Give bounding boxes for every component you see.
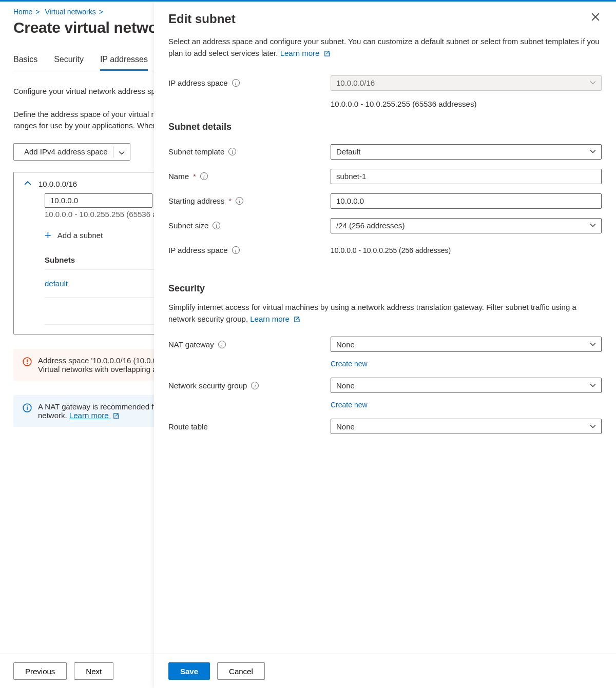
next-button[interactable]: Next bbox=[74, 662, 113, 680]
security-learn-more-link[interactable]: Learn more bbox=[250, 314, 300, 323]
starting-address-input[interactable]: 10.0.0.0 bbox=[331, 193, 602, 209]
address-space-ip-input[interactable]: 10.0.0.0 bbox=[45, 193, 152, 208]
collapse-icon[interactable] bbox=[24, 180, 31, 188]
ip-result-value: 10.0.0.0 - 10.0.0.255 (256 addresses) bbox=[331, 246, 451, 254]
previous-button[interactable]: Previous bbox=[13, 662, 67, 680]
ip-space-range-text: 10.0.0.0 - 10.0.255.255 (65536 addresses… bbox=[331, 100, 602, 108]
add-ipv4-address-space-button[interactable]: Add IPv4 address space bbox=[13, 143, 130, 161]
save-button[interactable]: Save bbox=[168, 662, 210, 680]
info-learn-more-link[interactable]: Learn more bbox=[69, 411, 119, 420]
subnet-template-label: Subnet template bbox=[168, 147, 224, 156]
chevron-down-icon bbox=[590, 340, 596, 349]
security-intro: Simplify internet access for virtual mac… bbox=[168, 301, 602, 325]
info-ic-icon: i bbox=[251, 382, 259, 389]
chevron-down-icon bbox=[590, 78, 596, 87]
nsg-label: Network security group bbox=[168, 381, 247, 390]
nsg-select[interactable]: None bbox=[331, 378, 602, 393]
close-icon[interactable] bbox=[589, 11, 602, 25]
breadcrumb-vnets[interactable]: Virtual networks bbox=[45, 8, 95, 16]
subnet-details-heading: Subnet details bbox=[168, 122, 602, 132]
info-ic-icon: i bbox=[213, 222, 220, 229]
subnet-name-label: Name bbox=[168, 172, 189, 181]
panel-footer: Save Cancel bbox=[154, 654, 616, 688]
warning-icon bbox=[23, 357, 32, 368]
add-subnet-label: Add a subnet bbox=[57, 231, 103, 240]
svg-rect-1 bbox=[27, 359, 28, 362]
svg-rect-5 bbox=[27, 405, 28, 406]
subnet-size-label: Subnet size bbox=[168, 221, 208, 230]
panel-intro: Select an address space and configure yo… bbox=[168, 35, 602, 60]
info-ic-icon: i bbox=[200, 172, 208, 180]
svg-rect-4 bbox=[27, 407, 28, 410]
tab-ip-addresses[interactable]: IP addresses bbox=[100, 55, 148, 71]
subnet-size-select[interactable]: /24 (256 addresses) bbox=[331, 218, 602, 233]
breadcrumb-home[interactable]: Home bbox=[13, 8, 32, 16]
nat-gateway-select[interactable]: None bbox=[331, 337, 602, 352]
chevron-down-icon bbox=[590, 147, 596, 156]
svg-rect-2 bbox=[27, 363, 28, 364]
info-ic-icon: i bbox=[218, 341, 226, 348]
route-table-label: Route table bbox=[168, 422, 208, 431]
nsg-create-new-link[interactable]: Create new bbox=[331, 401, 368, 409]
tab-security[interactable]: Security bbox=[54, 55, 84, 71]
chevron-down-icon bbox=[590, 422, 596, 431]
chevron-down-icon bbox=[590, 381, 596, 390]
info-icon bbox=[23, 403, 32, 414]
security-heading: Security bbox=[168, 283, 602, 294]
info-ic-icon: i bbox=[228, 148, 236, 155]
tab-basics[interactable]: Basics bbox=[13, 55, 37, 71]
ip-space-select[interactable]: 10.0.0.0/16 bbox=[331, 75, 602, 91]
subnet-template-select[interactable]: Default bbox=[331, 144, 602, 160]
cancel-button[interactable]: Cancel bbox=[217, 662, 265, 680]
plus-icon: + bbox=[45, 230, 51, 241]
info-ic-icon: i bbox=[232, 246, 240, 254]
nat-gateway-label: NAT gateway bbox=[168, 340, 214, 349]
ip-space-label: IP address space bbox=[168, 78, 228, 87]
panel-title: Edit subnet bbox=[168, 12, 236, 26]
chevron-down-icon bbox=[119, 149, 125, 155]
address-space-cidr: 10.0.0.0/16 bbox=[38, 180, 77, 188]
ip-result-label: IP address space bbox=[168, 246, 228, 254]
route-table-select[interactable]: None bbox=[331, 419, 602, 434]
starting-address-label: Starting address bbox=[168, 196, 224, 205]
subnet-name-input[interactable]: subnet-1 bbox=[331, 169, 602, 184]
edit-subnet-panel: Edit subnet Select an address space and … bbox=[154, 2, 616, 688]
chevron-down-icon bbox=[590, 221, 596, 230]
nat-create-new-link[interactable]: Create new bbox=[331, 360, 368, 368]
add-ipv4-label: Add IPv4 address space bbox=[24, 147, 108, 156]
info-ic-icon: i bbox=[232, 79, 240, 87]
info-ic-icon: i bbox=[236, 197, 243, 205]
subnet-link-default[interactable]: default bbox=[45, 279, 68, 288]
panel-learn-more-link[interactable]: Learn more bbox=[280, 49, 330, 57]
